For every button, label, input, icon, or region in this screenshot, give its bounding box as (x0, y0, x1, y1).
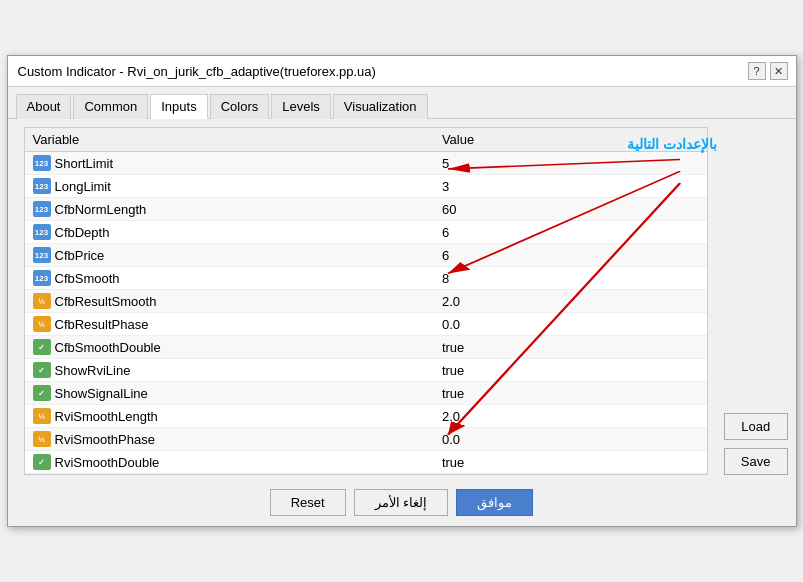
table-container: Variable Value 123 ShortLimit 5 123 Long… (24, 127, 708, 475)
val-cell-6[interactable]: 2.0 (434, 290, 707, 313)
var-name-9: ShowRviLine (55, 363, 131, 378)
type-icon-12: ½ (33, 431, 51, 447)
val-cell-12[interactable]: 0.0 (434, 428, 707, 451)
table-row[interactable]: ✓ RviSmoothDouble true (25, 451, 707, 474)
var-cell-11: ½ RviSmoothLength (25, 405, 434, 428)
help-button[interactable]: ? (748, 62, 766, 80)
table-row[interactable]: 123 ShortLimit 5 (25, 152, 707, 175)
tab-visualization[interactable]: Visualization (333, 94, 428, 119)
var-cell-4: 123 CfbPrice (25, 244, 434, 267)
col-header-value: Value (434, 128, 707, 152)
type-icon-13: ✓ (33, 454, 51, 470)
var-name-1: LongLimit (55, 179, 111, 194)
type-icon-0: 123 (33, 155, 51, 171)
val-cell-4[interactable]: 6 (434, 244, 707, 267)
tab-common[interactable]: Common (73, 94, 148, 119)
val-cell-8[interactable]: true (434, 336, 707, 359)
var-name-11: RviSmoothLength (55, 409, 158, 424)
var-cell-10: ✓ ShowSignalLine (25, 382, 434, 405)
var-name-10: ShowSignalLine (55, 386, 148, 401)
type-icon-10: ✓ (33, 385, 51, 401)
right-buttons-panel: Load Save (716, 127, 788, 475)
var-name-0: ShortLimit (55, 156, 114, 171)
table-row[interactable]: 123 CfbNormLength 60 (25, 198, 707, 221)
tab-colors[interactable]: Colors (210, 94, 270, 119)
title-actions: ? ✕ (748, 62, 788, 80)
tab-inputs[interactable]: Inputs (150, 94, 207, 119)
type-icon-1: 123 (33, 178, 51, 194)
val-cell-7[interactable]: 0.0 (434, 313, 707, 336)
table-row[interactable]: ½ CfbResultPhase 0.0 (25, 313, 707, 336)
val-cell-0[interactable]: 5 (434, 152, 707, 175)
val-cell-9[interactable]: true (434, 359, 707, 382)
var-cell-0: 123 ShortLimit (25, 152, 434, 175)
type-icon-11: ½ (33, 408, 51, 424)
var-name-2: CfbNormLength (55, 202, 147, 217)
type-icon-8: ✓ (33, 339, 51, 355)
type-icon-7: ½ (33, 316, 51, 332)
title-bar: Custom Indicator - Rvi_on_jurik_cfb_adap… (8, 56, 796, 87)
table-row[interactable]: ½ RviSmoothLength 2.0 (25, 405, 707, 428)
type-icon-6: ½ (33, 293, 51, 309)
var-cell-5: 123 CfbSmooth (25, 267, 434, 290)
table-row[interactable]: 123 LongLimit 3 (25, 175, 707, 198)
type-icon-4: 123 (33, 247, 51, 263)
var-cell-2: 123 CfbNormLength (25, 198, 434, 221)
type-icon-9: ✓ (33, 362, 51, 378)
val-cell-2[interactable]: 60 (434, 198, 707, 221)
var-name-5: CfbSmooth (55, 271, 120, 286)
variables-table: Variable Value 123 ShortLimit 5 123 Long… (25, 128, 707, 474)
var-name-3: CfbDepth (55, 225, 110, 240)
table-row[interactable]: 123 CfbSmooth 8 (25, 267, 707, 290)
type-icon-5: 123 (33, 270, 51, 286)
footer: Reset إلغاء الأمر موافق (8, 479, 796, 526)
var-cell-9: ✓ ShowRviLine (25, 359, 434, 382)
table-row[interactable]: ½ CfbResultSmooth 2.0 (25, 290, 707, 313)
var-name-6: CfbResultSmooth (55, 294, 157, 309)
table-row[interactable]: ✓ CfbSmoothDouble true (25, 336, 707, 359)
table-row[interactable]: 123 CfbPrice 6 (25, 244, 707, 267)
var-cell-3: 123 CfbDepth (25, 221, 434, 244)
var-cell-8: ✓ CfbSmoothDouble (25, 336, 434, 359)
var-cell-6: ½ CfbResultSmooth (25, 290, 434, 313)
val-cell-5[interactable]: 8 (434, 267, 707, 290)
ok-button[interactable]: موافق (456, 489, 533, 516)
reset-button[interactable]: Reset (270, 489, 346, 516)
table-row[interactable]: ½ RviSmoothPhase 0.0 (25, 428, 707, 451)
load-button[interactable]: Load (724, 413, 788, 440)
var-name-13: RviSmoothDouble (55, 455, 160, 470)
main-content: Variable Value 123 ShortLimit 5 123 Long… (8, 119, 796, 479)
var-name-7: CfbResultPhase (55, 317, 149, 332)
close-button[interactable]: ✕ (770, 62, 788, 80)
cancel-button[interactable]: إلغاء الأمر (354, 489, 449, 516)
val-cell-3[interactable]: 6 (434, 221, 707, 244)
type-icon-3: 123 (33, 224, 51, 240)
tab-about[interactable]: About (16, 94, 72, 119)
val-cell-11[interactable]: 2.0 (434, 405, 707, 428)
val-cell-13[interactable]: true (434, 451, 707, 474)
table-row[interactable]: ✓ ShowRviLine true (25, 359, 707, 382)
var-cell-7: ½ CfbResultPhase (25, 313, 434, 336)
var-name-8: CfbSmoothDouble (55, 340, 161, 355)
tabs-bar: About Common Inputs Colors Levels Visual… (8, 87, 796, 119)
var-name-4: CfbPrice (55, 248, 105, 263)
col-header-variable: Variable (25, 128, 434, 152)
var-cell-1: 123 LongLimit (25, 175, 434, 198)
val-cell-1[interactable]: 3 (434, 175, 707, 198)
val-cell-10[interactable]: true (434, 382, 707, 405)
main-window: Custom Indicator - Rvi_on_jurik_cfb_adap… (7, 55, 797, 527)
window-title: Custom Indicator - Rvi_on_jurik_cfb_adap… (18, 64, 376, 79)
tab-levels[interactable]: Levels (271, 94, 331, 119)
var-cell-12: ½ RviSmoothPhase (25, 428, 434, 451)
table-row[interactable]: ✓ ShowSignalLine true (25, 382, 707, 405)
save-button[interactable]: Save (724, 448, 788, 475)
table-row[interactable]: 123 CfbDepth 6 (25, 221, 707, 244)
var-name-12: RviSmoothPhase (55, 432, 155, 447)
type-icon-2: 123 (33, 201, 51, 217)
var-cell-13: ✓ RviSmoothDouble (25, 451, 434, 474)
